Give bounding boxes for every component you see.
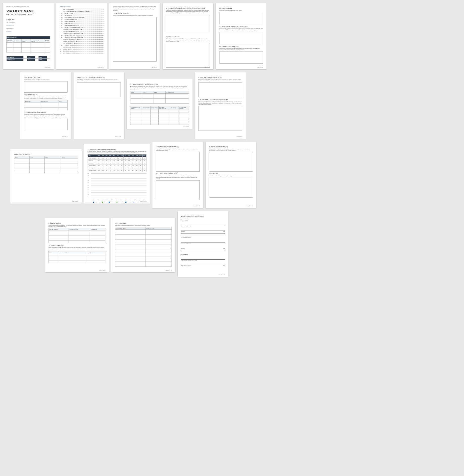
canvas: PROJECT MANAGEMENT PLAN TEMPLATE PROJECT…: [0, 0, 322, 283]
page-2: TABLE OF CONTENTS 1EXECUTIVE SUMMARY32PR…: [56, 3, 107, 69]
page-3: [Template provides a basic outline for a…: [109, 3, 160, 69]
staff-table: NAMETITLEEMAILPHONE: [14, 156, 78, 173]
page-1: PROJECT MANAGEMENT PLAN TEMPLATE PROJECT…: [3, 3, 54, 69]
page-16: 12. AUTHORIZATION SIGNATURES PREPARED BY…: [178, 211, 228, 277]
exec-summary-box[interactable]: [113, 17, 157, 62]
page-11: 5.2 RESOURCE REQUIREMENT CALENDAR A reso…: [84, 144, 150, 204]
page-10: 5.1 PROJECT STAFF LIST NAMETITLEEMAILPHO…: [10, 149, 82, 204]
toc-list: 1EXECUTIVE SUMMARY32PROJECT MANAGEMENT A…: [60, 9, 103, 54]
project-title: PROJECT NAME: [6, 9, 50, 13]
milestone-table: MILESTONEDESCRIPTIONDATE: [24, 100, 68, 110]
contacts-table: NAMETITLEEMAILOFFICE PHONE: [130, 91, 189, 104]
page-13: 8. RISK MANAGEMENT PLAN Briefly describe…: [206, 142, 256, 208]
quality-baseline-table: ITEMACCEPTABLE LEVELCOMMENTS: [49, 251, 105, 263]
comms-table: COMMUNICATION TYPEDESCRIPTIONFREQUENCYME…: [130, 106, 189, 125]
page-7: 2.8 PROJECT SCOPE MANAGEMENT PLAN Detail…: [73, 72, 124, 139]
page-6: 2.5 SCHEDULE BASELINE Provide schedule b…: [20, 72, 71, 139]
resource-bar-chart: 020406080100120140160180200JANFEBMARAPRM…: [88, 173, 147, 201]
project-subtitle: PROJECT MANAGEMENT PLAN: [6, 14, 50, 15]
page-4: 2. PROJECT MANAGEMENT APPROACH AND GOVER…: [163, 3, 213, 69]
signoff-table: PREPARED BYTITLEDATE APPROVED BYTITLEDAT…: [6, 56, 50, 61]
cost-baseline-table: PROJECT PHASEBUDGETED TOTALCOMMENTS: [49, 228, 105, 243]
chart-legend: Project ManagerDeveloperConsultant 1Tech…: [88, 202, 147, 203]
page-8: 3. COMMUNICATIONS MANAGEMENT PLAN A comm…: [127, 79, 193, 129]
resource-calendar-table: ROLETIMEJANFEBMARAPRMAYJUNJULAUGSEPOCTNO…: [88, 154, 147, 172]
company-block: COMPANY NAME Street Address City, State …: [6, 19, 50, 33]
page-15: 11. APPENDICES Attach or link to separat…: [111, 218, 175, 272]
page-5: 2.2 DELIVERABLES Identify the deliverabl…: [216, 3, 267, 69]
page-14: 9. COST BASELINE Detail the cost baselin…: [45, 218, 109, 272]
toc-title: TABLE OF CONTENTS: [60, 6, 103, 7]
page-footer: Page 1 of 16: [45, 67, 50, 68]
page-9: 4. RESOURCE MANAGEMENT PLAN Procurement …: [195, 72, 246, 139]
template-label: PROJECT MANAGEMENT PLAN TEMPLATE: [6, 6, 50, 7]
version-history-table: VERSION HISTORY VERSION APPROVED BY REVI…: [6, 36, 50, 53]
appendix-table: ATTACHMENT NAMELOCATION / LINK: [115, 227, 172, 267]
page-12: 6. SCHEDULE MANAGEMENT PLAN Explain meth…: [152, 142, 203, 208]
